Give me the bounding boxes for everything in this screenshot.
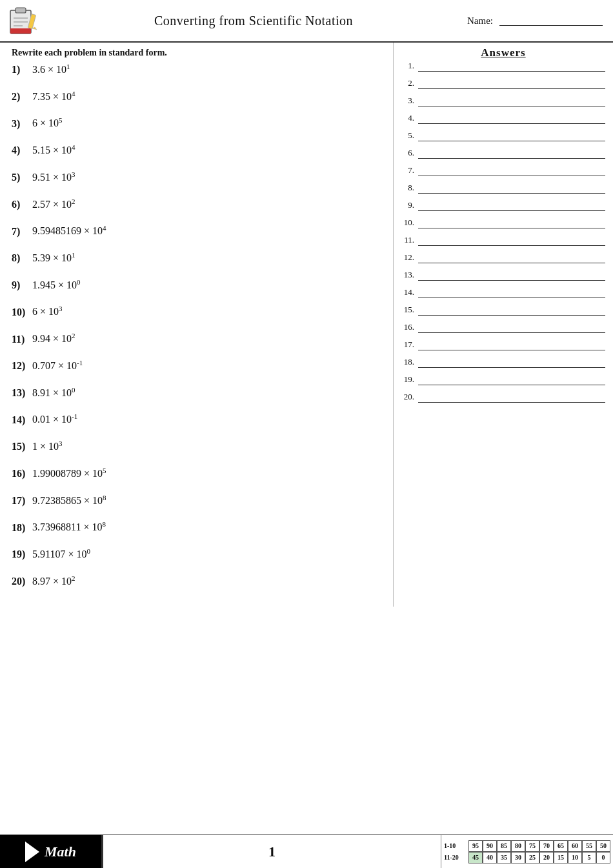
answer-lines: 1.2.3.4.5.6.7.8.9.10.11.12.13.14.15.16.1… <box>401 61 605 403</box>
problem-item: 1)3.6 × 101 <box>12 62 387 77</box>
answer-line-item: 13. <box>401 270 605 281</box>
problem-expression: 1.945 × 100 <box>32 278 81 293</box>
answers-title: Answers <box>401 46 605 59</box>
answer-blank[interactable] <box>418 201 605 211</box>
answer-blank[interactable] <box>418 305 605 316</box>
name-field[interactable] <box>499 15 603 26</box>
answer-line-item: 20. <box>401 392 605 403</box>
problem-expression: 3.73968811 × 108 <box>32 520 106 535</box>
problem-expression: 9.51 × 103 <box>32 170 75 185</box>
problem-number: 12) <box>12 359 32 373</box>
problem-number: 13) <box>12 386 32 400</box>
problem-expression: 9.72385865 × 108 <box>32 493 106 509</box>
answer-number: 15. <box>401 305 416 316</box>
score-cell: 90 <box>483 840 497 852</box>
answer-number: 4. <box>401 113 416 124</box>
problem-item: 2)7.35 × 104 <box>12 89 387 105</box>
answer-line-item: 6. <box>401 148 605 159</box>
answer-blank[interactable] <box>418 236 605 246</box>
answers-section: Answers 1.2.3.4.5.6.7.8.9.10.11.12.13.14… <box>394 43 613 607</box>
instruction-text: Rewrite each problem in standard form. <box>12 48 387 58</box>
score-cell: 70 <box>539 840 554 852</box>
problem-expression: 6 × 103 <box>32 304 63 319</box>
problem-number: 11) <box>12 332 32 347</box>
problem-item: 17)9.72385865 × 108 <box>12 493 387 509</box>
answer-blank[interactable] <box>418 166 605 176</box>
problem-expression: 1 × 103 <box>32 439 63 454</box>
answer-number: 12. <box>401 252 416 263</box>
answer-blank[interactable] <box>418 96 605 106</box>
score-cell: 20 <box>539 852 554 863</box>
answer-blank[interactable] <box>418 323 605 333</box>
answer-blank[interactable] <box>418 218 605 228</box>
problems-section: Rewrite each problem in standard form. 1… <box>0 43 394 607</box>
answer-blank[interactable] <box>418 288 605 298</box>
answer-line-item: 5. <box>401 130 605 141</box>
answer-blank[interactable] <box>418 183 605 194</box>
score-cell: 85 <box>497 840 511 852</box>
problem-expression: 1.99008789 × 105 <box>32 466 106 481</box>
problem-item: 9)1.945 × 100 <box>12 278 387 293</box>
score-cell: 15 <box>554 852 568 863</box>
score-cell: 0 <box>596 852 610 863</box>
answer-blank[interactable] <box>418 114 605 124</box>
problem-number: 4) <box>12 143 32 157</box>
problem-number: 18) <box>12 521 32 535</box>
score-row: 11-20454035302520151050 <box>444 852 610 863</box>
header: Converting from Scientific Notation Name… <box>0 0 613 43</box>
problem-number: 5) <box>12 170 32 185</box>
score-cell: 75 <box>525 840 539 852</box>
answer-blank[interactable] <box>418 340 605 350</box>
answer-line-item: 2. <box>401 78 605 89</box>
logo-icon <box>6 5 40 36</box>
problem-item: 3)6 × 105 <box>12 116 387 131</box>
problem-item: 11)9.94 × 102 <box>12 331 387 347</box>
badge-arrow-icon <box>25 842 39 862</box>
score-cell: 55 <box>582 840 596 852</box>
page-number: 1 <box>103 835 441 868</box>
problem-number: 20) <box>12 574 32 589</box>
problem-expression: 7.35 × 104 <box>32 89 75 105</box>
problem-item: 7)9.59485169 × 104 <box>12 223 387 239</box>
svg-rect-1 <box>15 8 26 13</box>
answer-blank[interactable] <box>418 270 605 281</box>
answer-line-item: 8. <box>401 183 605 194</box>
main-content: Rewrite each problem in standard form. 1… <box>0 43 613 607</box>
problem-item: 10)6 × 103 <box>12 304 387 319</box>
problem-item: 19)5.91107 × 100 <box>12 547 387 562</box>
score-cell: 30 <box>511 852 525 863</box>
answer-number: 6. <box>401 148 416 159</box>
problem-item: 16)1.99008789 × 105 <box>12 466 387 481</box>
problem-expression: 5.15 × 104 <box>32 143 75 158</box>
answer-blank[interactable] <box>418 61 605 72</box>
answer-line-item: 3. <box>401 96 605 106</box>
answer-line-item: 9. <box>401 200 605 211</box>
answer-line-item: 10. <box>401 217 605 228</box>
page-title: Converting from Scientific Notation <box>46 14 461 28</box>
score-cell: 25 <box>525 852 539 863</box>
answer-number: 7. <box>401 165 416 176</box>
name-label: Name: <box>467 15 493 26</box>
answer-number: 9. <box>401 200 416 211</box>
answer-number: 13. <box>401 270 416 281</box>
score-cell: 80 <box>511 840 525 852</box>
answer-blank[interactable] <box>418 392 605 403</box>
footer: Math 1 1-109590858075706560555011-204540… <box>0 834 613 868</box>
problem-number: 10) <box>12 305 32 319</box>
problem-item: 15)1 × 103 <box>12 439 387 454</box>
problem-number: 14) <box>12 413 32 427</box>
answer-blank[interactable] <box>418 131 605 141</box>
answer-blank[interactable] <box>418 253 605 263</box>
answer-line-item: 4. <box>401 113 605 124</box>
answer-number: 3. <box>401 96 416 106</box>
answer-number: 1. <box>401 61 416 72</box>
problem-item: 4)5.15 × 104 <box>12 143 387 158</box>
answer-blank[interactable] <box>418 375 605 385</box>
problem-expression: 5.39 × 101 <box>32 250 75 266</box>
problem-expression: 0.01 × 10-1 <box>32 412 77 427</box>
answer-blank[interactable] <box>418 358 605 368</box>
answer-blank[interactable] <box>418 148 605 159</box>
problem-item: 5)9.51 × 103 <box>12 170 387 185</box>
answer-blank[interactable] <box>418 79 605 89</box>
problem-number: 9) <box>12 278 32 292</box>
